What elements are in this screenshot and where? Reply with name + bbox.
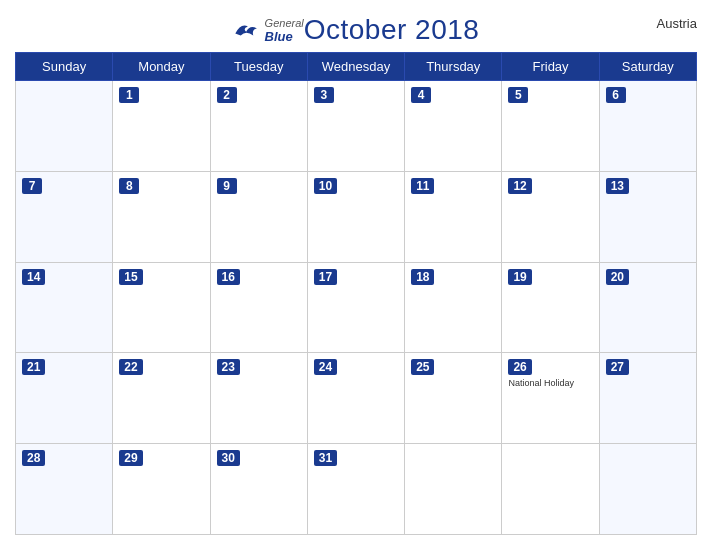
- day-number: 28: [22, 450, 45, 466]
- day-cell: 2: [210, 81, 307, 172]
- day-cell: 26National Holiday: [502, 353, 599, 444]
- day-number: 23: [217, 359, 240, 375]
- header-monday: Monday: [113, 53, 210, 81]
- day-cell: 19: [502, 262, 599, 353]
- day-cell: 29: [113, 444, 210, 535]
- day-cell: 16: [210, 262, 307, 353]
- week-row-5: 28293031: [16, 444, 697, 535]
- week-row-1: 123456: [16, 81, 697, 172]
- day-number: 29: [119, 450, 142, 466]
- logo: General Blue: [233, 17, 304, 44]
- title-section: October 2018: [304, 14, 480, 46]
- day-cell: 24: [307, 353, 404, 444]
- day-cell: 8: [113, 171, 210, 262]
- day-cell: 14: [16, 262, 113, 353]
- day-cell: 23: [210, 353, 307, 444]
- day-cell: 31: [307, 444, 404, 535]
- day-cell: 22: [113, 353, 210, 444]
- day-cell: 20: [599, 262, 696, 353]
- day-number: 2: [217, 87, 237, 103]
- day-number: 10: [314, 178, 337, 194]
- day-cell: 1: [113, 81, 210, 172]
- logo-general: General: [265, 17, 304, 29]
- day-number: 19: [508, 269, 531, 285]
- header-tuesday: Tuesday: [210, 53, 307, 81]
- day-number: 26: [508, 359, 531, 375]
- day-cell: [599, 444, 696, 535]
- day-number: 24: [314, 359, 337, 375]
- calendar-container: General Blue October 2018 Austria Sunday…: [0, 0, 712, 550]
- day-cell: 15: [113, 262, 210, 353]
- day-number: 9: [217, 178, 237, 194]
- day-number: 5: [508, 87, 528, 103]
- day-number: 1: [119, 87, 139, 103]
- day-cell: 3: [307, 81, 404, 172]
- day-cell: 18: [405, 262, 502, 353]
- header-friday: Friday: [502, 53, 599, 81]
- day-cell: 13: [599, 171, 696, 262]
- header-wednesday: Wednesday: [307, 53, 404, 81]
- day-number: 3: [314, 87, 334, 103]
- holiday-text: National Holiday: [508, 378, 592, 390]
- day-number: 17: [314, 269, 337, 285]
- day-cell: [16, 81, 113, 172]
- week-row-2: 78910111213: [16, 171, 697, 262]
- day-number: 25: [411, 359, 434, 375]
- day-number: 14: [22, 269, 45, 285]
- day-cell: 30: [210, 444, 307, 535]
- country-label: Austria: [657, 16, 697, 31]
- logo-icon: [233, 21, 261, 39]
- day-cell: 17: [307, 262, 404, 353]
- day-number: 11: [411, 178, 434, 194]
- day-cell: 12: [502, 171, 599, 262]
- day-number: 31: [314, 450, 337, 466]
- day-number: 15: [119, 269, 142, 285]
- day-number: 8: [119, 178, 139, 194]
- logo-blue: Blue: [265, 29, 304, 44]
- day-headers-row: Sunday Monday Tuesday Wednesday Thursday…: [16, 53, 697, 81]
- day-number: 30: [217, 450, 240, 466]
- calendar-title: October 2018: [304, 14, 480, 46]
- day-number: 27: [606, 359, 629, 375]
- day-number: 21: [22, 359, 45, 375]
- day-number: 18: [411, 269, 434, 285]
- day-cell: 21: [16, 353, 113, 444]
- day-cell: 5: [502, 81, 599, 172]
- day-cell: 10: [307, 171, 404, 262]
- day-cell: 7: [16, 171, 113, 262]
- day-cell: 9: [210, 171, 307, 262]
- day-number: 13: [606, 178, 629, 194]
- day-cell: 6: [599, 81, 696, 172]
- week-row-3: 14151617181920: [16, 262, 697, 353]
- day-cell: [502, 444, 599, 535]
- day-number: 20: [606, 269, 629, 285]
- day-number: 4: [411, 87, 431, 103]
- header-saturday: Saturday: [599, 53, 696, 81]
- day-number: 6: [606, 87, 626, 103]
- calendar-body: 1234567891011121314151617181920212223242…: [16, 81, 697, 535]
- calendar-header: General Blue October 2018 Austria: [15, 10, 697, 46]
- day-cell: 4: [405, 81, 502, 172]
- day-number: 12: [508, 178, 531, 194]
- header-sunday: Sunday: [16, 53, 113, 81]
- week-row-4: 212223242526National Holiday27: [16, 353, 697, 444]
- day-cell: 27: [599, 353, 696, 444]
- day-cell: [405, 444, 502, 535]
- day-cell: 11: [405, 171, 502, 262]
- day-number: 16: [217, 269, 240, 285]
- calendar-table: Sunday Monday Tuesday Wednesday Thursday…: [15, 52, 697, 535]
- day-cell: 25: [405, 353, 502, 444]
- logo-text: General Blue: [265, 17, 304, 44]
- day-number: 22: [119, 359, 142, 375]
- day-number: 7: [22, 178, 42, 194]
- day-cell: 28: [16, 444, 113, 535]
- header-thursday: Thursday: [405, 53, 502, 81]
